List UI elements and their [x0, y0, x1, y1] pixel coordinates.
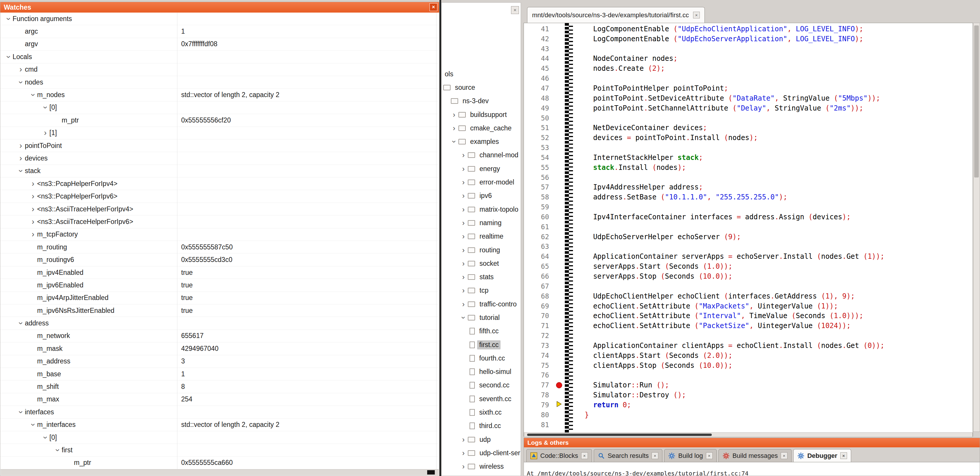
- line-number[interactable]: 68: [524, 292, 553, 300]
- scrollbar-thumb[interactable]: [427, 470, 435, 474]
- scrollbar-thumb[interactable]: [527, 434, 712, 436]
- line-number[interactable]: 60: [524, 213, 553, 221]
- watch-row[interactable]: argv0x7fffffffdf08: [0, 38, 439, 51]
- tree-item[interactable]: ›cmake_cache: [442, 121, 521, 135]
- line-number[interactable]: 44: [524, 55, 553, 62]
- tree-item[interactable]: ›tutorial: [442, 311, 521, 324]
- expander-icon[interactable]: ›: [460, 152, 467, 159]
- expander-icon[interactable]: ›: [29, 205, 37, 213]
- watch-row[interactable]: m_ipv4ArpJitterEnabledtrue: [0, 292, 439, 304]
- expander-icon[interactable]: ›: [5, 53, 13, 61]
- log-tab-build-messages[interactable]: Build messages×: [719, 449, 792, 462]
- watch-row[interactable]: m_ipv4Enabledtrue: [0, 266, 439, 279]
- expander-icon[interactable]: ›: [17, 65, 25, 73]
- watch-row[interactable]: m_max254: [0, 393, 439, 406]
- watch-row[interactable]: ›m_tcpFactory: [0, 228, 439, 241]
- tree-item[interactable]: second.cc: [442, 379, 521, 392]
- tree-item[interactable]: ›routing: [442, 243, 521, 257]
- expander-icon[interactable]: ›: [460, 300, 467, 308]
- log-tab-search-results[interactable]: Search results×: [594, 449, 663, 462]
- line-number[interactable]: 71: [524, 322, 553, 329]
- close-icon[interactable]: ×: [430, 3, 438, 11]
- expander-icon[interactable]: ›: [17, 319, 25, 327]
- watch-row[interactable]: m_routingv60x5555555cd3c0: [0, 254, 439, 266]
- breakpoint-gutter[interactable]: [553, 401, 565, 409]
- watch-row[interactable]: m_base1: [0, 368, 439, 380]
- expander-icon[interactable]: ›: [460, 273, 467, 281]
- watch-row[interactable]: m_routing0x555555587c50: [0, 241, 439, 254]
- line-number[interactable]: 65: [524, 262, 553, 270]
- line-number[interactable]: 62: [524, 233, 553, 241]
- log-tab-build-log[interactable]: Build log×: [664, 449, 716, 462]
- watch-row[interactable]: m_ptr0x55555556cf20: [0, 114, 439, 126]
- watch-row[interactable]: ›devices: [0, 152, 439, 165]
- tree-item[interactable]: sixth.cc: [442, 406, 521, 419]
- line-number[interactable]: 69: [524, 302, 553, 310]
- line-number[interactable]: 63: [524, 243, 553, 250]
- watch-row[interactable]: ›first: [0, 444, 439, 457]
- tree-item[interactable]: ›socket: [442, 257, 521, 270]
- breakpoint-icon[interactable]: [556, 382, 562, 388]
- tree-item[interactable]: ›udp-client-ser: [442, 446, 521, 460]
- line-number[interactable]: 57: [524, 183, 553, 191]
- line-number[interactable]: 49: [524, 104, 553, 112]
- tree-item[interactable]: ›stats: [442, 270, 521, 284]
- line-number[interactable]: 61: [524, 223, 553, 231]
- close-icon[interactable]: ×: [840, 452, 847, 459]
- expander-icon[interactable]: ›: [54, 446, 62, 454]
- log-tab-code-blocks[interactable]: Code::Blocks×: [526, 449, 592, 462]
- expander-icon[interactable]: ›: [460, 449, 467, 457]
- expander-icon[interactable]: ›: [41, 129, 49, 137]
- line-number[interactable]: 81: [524, 421, 553, 429]
- watch-row[interactable]: ›m_nodesstd::vector of length 2, capacit…: [0, 89, 439, 101]
- close-icon[interactable]: ×: [652, 452, 658, 459]
- tree-item[interactable]: ›matrix-topolo: [442, 203, 521, 216]
- line-number[interactable]: 56: [524, 174, 553, 181]
- line-number[interactable]: 53: [524, 144, 553, 152]
- expander-icon[interactable]: ›: [5, 15, 13, 23]
- expander-icon[interactable]: ›: [17, 142, 25, 150]
- editor-horizontal-scrollbar[interactable]: [524, 433, 973, 437]
- close-icon[interactable]: ×: [781, 452, 788, 459]
- watch-row[interactable]: ›<ns3::PcapHelperForIpv6>: [0, 190, 439, 203]
- tree-item[interactable]: seventh.cc: [442, 392, 521, 406]
- watch-row[interactable]: argc1: [0, 25, 439, 38]
- watch-row[interactable]: ›<ns3::AsciiTraceHelperForIpv6>: [0, 216, 439, 228]
- tree-item[interactable]: fourth.cc: [442, 351, 521, 365]
- tree-item[interactable]: ›examples: [442, 135, 521, 148]
- watch-row[interactable]: ›[0]: [0, 431, 439, 444]
- line-number[interactable]: 59: [524, 203, 553, 211]
- line-number[interactable]: 66: [524, 273, 553, 280]
- expander-icon[interactable]: ›: [17, 154, 25, 162]
- expander-icon[interactable]: ›: [29, 192, 37, 200]
- tree-item[interactable]: ns-3-dev: [442, 94, 521, 108]
- line-number[interactable]: 75: [524, 362, 553, 369]
- line-number[interactable]: 41: [524, 25, 553, 33]
- tree-item[interactable]: ›buildsupport: [442, 108, 521, 121]
- tree-item[interactable]: ›wireless: [442, 460, 521, 473]
- expander-icon[interactable]: ›: [450, 111, 458, 118]
- expander-icon[interactable]: ›: [460, 287, 467, 294]
- close-icon[interactable]: ×: [581, 452, 588, 459]
- expander-icon[interactable]: ›: [29, 218, 37, 226]
- line-number[interactable]: 51: [524, 124, 553, 132]
- expander-icon[interactable]: ›: [17, 167, 25, 175]
- expander-icon[interactable]: ›: [460, 233, 467, 240]
- column-divider[interactable]: [177, 13, 177, 469]
- expander-icon[interactable]: ›: [460, 246, 467, 254]
- expander-icon[interactable]: ›: [41, 104, 49, 112]
- watch-row[interactable]: ›[1]: [0, 127, 439, 139]
- expander-icon[interactable]: ›: [17, 78, 25, 86]
- tree-item[interactable]: fifth.cc: [442, 324, 521, 338]
- line-number[interactable]: 73: [524, 342, 553, 350]
- watch-row[interactable]: m_ptr0x5555555ca660: [0, 457, 439, 469]
- editor-vertical-scrollbar[interactable]: [973, 23, 980, 432]
- tree-item[interactable]: ›realtime: [442, 230, 521, 243]
- line-number[interactable]: 70: [524, 312, 553, 319]
- watch-row[interactable]: ›interfaces: [0, 406, 439, 418]
- watch-row[interactable]: m_shift8: [0, 380, 439, 393]
- expander-icon[interactable]: ›: [29, 91, 37, 99]
- close-icon[interactable]: ×: [511, 6, 519, 14]
- line-number[interactable]: 42: [524, 35, 553, 43]
- watch-row[interactable]: ›cmd: [0, 64, 439, 76]
